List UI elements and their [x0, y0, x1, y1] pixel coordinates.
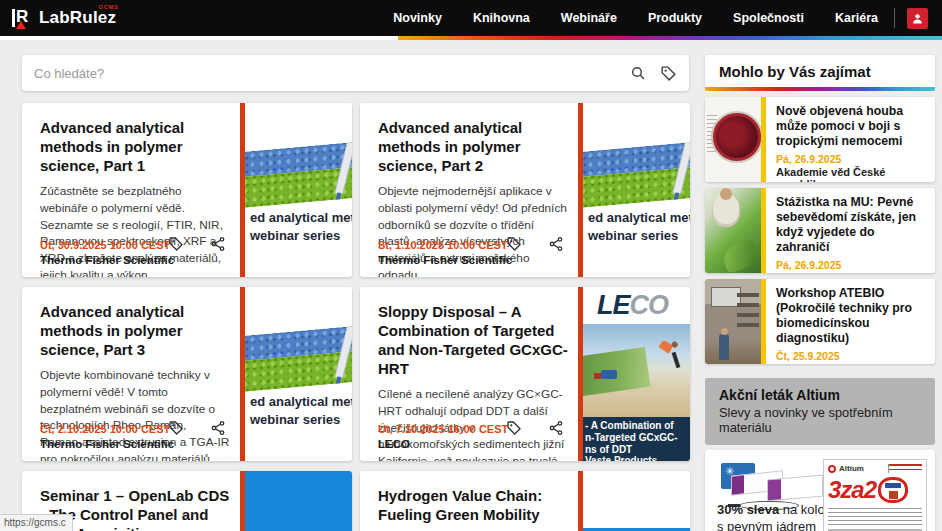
webinar-card[interactable]: Advanced analytical methods in polymer s…: [22, 103, 352, 277]
share-icon[interactable]: [548, 236, 564, 252]
webinar-thumbnail[interactable]: LECO - A Combination of n-Targeted GCxGC…: [583, 287, 690, 461]
webinar-thumbnail[interactable]: [583, 471, 690, 531]
link-preview-statusbar: https://gcms.c: [0, 514, 73, 531]
share-icon[interactable]: [548, 420, 564, 436]
news-title[interactable]: Nově objevená houba může pomoci v boji s…: [776, 104, 927, 149]
webinar-company[interactable]: Thermo Fisher Scientific: [378, 254, 570, 266]
field-photo: [583, 324, 690, 417]
altium-logo-icon: [828, 465, 836, 473]
tag-filter-icon[interactable]: [660, 65, 677, 82]
webinar-thumbnail[interactable]: ed analytical methowebinar series: [583, 103, 690, 277]
webinar-card[interactable]: Advanced analytical methods in polymer s…: [22, 287, 352, 461]
promo-header: Akční leták Altium Slevy a novinky ve sp…: [705, 378, 935, 445]
news-date: Pá, 26.9.2025: [776, 153, 927, 165]
nav-item-webinare[interactable]: Webináře: [561, 11, 617, 25]
tag-icon[interactable]: [506, 236, 522, 252]
promo-caption: 30% sleva na kolony s pevným jádrem: [717, 502, 838, 531]
webinar-company[interactable]: Thermo Fisher Scientific: [40, 254, 232, 266]
rainbow-accent-stripe: [0, 36, 942, 40]
share-icon[interactable]: [210, 236, 226, 252]
webinar-title[interactable]: Sloppy Disposal – A Combination of Targe…: [378, 302, 568, 378]
lab-plants-thumbnail: [705, 188, 761, 273]
user-account-button[interactable]: [907, 8, 928, 29]
webinar-company[interactable]: Thermo Fisher Scientific: [40, 438, 232, 450]
leco-logo: LECO: [583, 287, 690, 324]
polymer-pellets-image: [583, 142, 690, 208]
promo-section: Akční leták Altium Slevy a novinky ve sp…: [705, 378, 935, 531]
webinar-card[interactable]: Advanced analytical methods in polymer s…: [360, 103, 690, 277]
news-item[interactable]: Workshop ATEBIO (Pokročilé techniky pro …: [705, 279, 935, 364]
recommended-rainbow-stripe: [705, 87, 935, 91]
webinar-card[interactable]: Hydrogen Value Chain: Fueling Green Mobi…: [360, 471, 690, 531]
petri-dish-thumbnail: [705, 97, 761, 182]
webinar-title[interactable]: Advanced analytical methods in polymer s…: [378, 118, 568, 175]
search-input[interactable]: [34, 66, 630, 81]
flyer-product-circle: [878, 477, 908, 503]
webinar-thumbnail[interactable]: ed analytical methowebinar series: [245, 103, 352, 277]
news-date: Čt, 25.9.2025: [776, 350, 927, 362]
webinar-title[interactable]: Advanced analytical methods in polymer s…: [40, 302, 230, 359]
flyer-offer-text: 3za2: [828, 476, 876, 504]
nav-item-novinky[interactable]: Novinky: [393, 11, 442, 25]
logo-superscript: GCMS: [99, 4, 119, 10]
altium-brand: Altium: [839, 464, 864, 473]
promo-subtitle: Slevy a novinky ve spotřebním materiálu: [719, 405, 921, 435]
nav-item-produkty[interactable]: Produkty: [648, 11, 702, 25]
nav-divider: [894, 8, 895, 28]
tag-icon[interactable]: [506, 420, 522, 436]
search-bar: [22, 55, 689, 91]
news-date: Pá, 26.9.2025: [776, 259, 927, 271]
nav-item-knihovna[interactable]: Knihovna: [473, 11, 530, 25]
tag-icon[interactable]: [168, 236, 184, 252]
user-icon: [911, 12, 924, 25]
search-icon[interactable]: [630, 65, 646, 81]
labrulez-logo-text: LabRulezGCMS: [39, 8, 116, 28]
top-header: R LabRulezGCMS Novinky Knihovna Webináře…: [0, 0, 942, 36]
news-source[interactable]: Akademie věd České republiky: [776, 166, 927, 182]
tag-icon[interactable]: [168, 420, 184, 436]
labrulez-logo[interactable]: R LabRulezGCMS: [10, 7, 116, 29]
news-title[interactable]: Stážistka na MU: Pevné sebevědomí získát…: [776, 195, 927, 255]
recommended-section-title: Mohlo by Vás zajímat: [705, 55, 935, 87]
workshop-thumbnail: [705, 279, 761, 364]
nav-item-kariera[interactable]: Kariéra: [835, 11, 878, 25]
altium-flyer-image[interactable]: Altium 3za2: [823, 459, 927, 531]
promo-title: Akční leták Altium: [719, 387, 921, 403]
news-source[interactable]: Watrex Praha: [776, 363, 927, 364]
leco-thumbnail-caption: - A Combination of n-Targeted GCxGC- ns …: [583, 417, 690, 461]
polymer-pellets-image: [245, 142, 352, 208]
right-sidebar: Mohlo by Vás zajímat Nově objevená houba…: [705, 55, 935, 531]
webinar-title[interactable]: Advanced analytical methods in polymer s…: [40, 118, 230, 175]
labrulez-logo-icon: R: [10, 7, 32, 29]
flyer-body-text: [828, 508, 922, 526]
webinar-card[interactable]: Sloppy Disposal – A Combination of Targe…: [360, 287, 690, 461]
nav-item-spolecnosti[interactable]: Společnosti: [733, 11, 804, 25]
promo-banner[interactable]: 30% sleva na kolony s pevným jádrem Alti…: [705, 450, 935, 531]
flyer-header-text: [888, 464, 922, 473]
webinar-company[interactable]: LECO: [378, 438, 570, 450]
polymer-pellets-image: [245, 326, 352, 392]
news-title[interactable]: Workshop ATEBIO (Pokročilé techniky pro …: [776, 286, 927, 346]
news-item[interactable]: Stážistka na MU: Pevné sebevědomí získát…: [705, 188, 935, 273]
main-nav: Novinky Knihovna Webináře Produkty Spole…: [393, 11, 878, 25]
news-item[interactable]: Nově objevená houba může pomoci v boji s…: [705, 97, 935, 182]
webinar-thumbnail[interactable]: ed analytical methowebinar series: [245, 287, 352, 461]
webinar-card-grid: Advanced analytical methods in polymer s…: [22, 103, 690, 531]
share-icon[interactable]: [210, 420, 226, 436]
webinar-thumbnail[interactable]: [245, 471, 352, 531]
webinar-title[interactable]: Hydrogen Value Chain: Fueling Green Mobi…: [378, 486, 568, 524]
news-source[interactable]: Masarykova univerzita: [776, 272, 927, 273]
